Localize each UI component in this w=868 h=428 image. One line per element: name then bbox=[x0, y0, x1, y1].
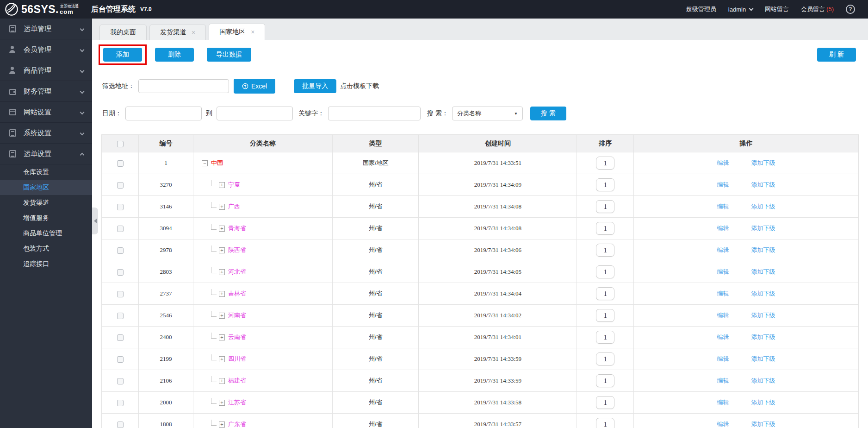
edit-link[interactable]: 编辑 bbox=[717, 398, 729, 407]
search-field-select[interactable]: 分类名称 ▼ bbox=[452, 107, 523, 120]
sidebar-subitem-1[interactable]: 仓库设置 bbox=[0, 164, 92, 180]
sidebar-item-5[interactable]: 网站设置 bbox=[0, 102, 92, 123]
add-child-link[interactable]: 添加下级 bbox=[751, 420, 775, 428]
row-checkbox[interactable] bbox=[117, 204, 124, 210]
date-from-input[interactable] bbox=[125, 107, 202, 120]
sort-input[interactable]: 1 bbox=[596, 287, 614, 300]
tree-expand-icon[interactable]: + bbox=[219, 378, 225, 384]
add-child-link[interactable]: 添加下级 bbox=[751, 159, 775, 167]
add-child-link[interactable]: 添加下级 bbox=[751, 398, 775, 407]
row-checkbox[interactable] bbox=[117, 313, 124, 319]
add-child-link[interactable]: 添加下级 bbox=[751, 311, 775, 320]
sort-input[interactable]: 1 bbox=[596, 374, 614, 387]
tree-expand-icon[interactable]: + bbox=[219, 182, 225, 188]
sort-input[interactable]: 1 bbox=[596, 396, 614, 409]
region-name[interactable]: 广东省 bbox=[228, 420, 246, 428]
sort-input[interactable]: 1 bbox=[596, 157, 614, 170]
edit-link[interactable]: 编辑 bbox=[717, 202, 729, 211]
sidebar-subitem-2[interactable]: 国家地区 bbox=[0, 180, 92, 195]
sidebar-item-3[interactable]: 商品管理 bbox=[0, 60, 92, 81]
region-name[interactable]: 云南省 bbox=[228, 333, 246, 341]
sort-input[interactable]: 1 bbox=[596, 418, 614, 428]
search-button[interactable]: 搜 索 bbox=[530, 107, 566, 120]
edit-link[interactable]: 编辑 bbox=[717, 420, 729, 428]
add-button[interactable]: 添加 bbox=[103, 48, 142, 62]
bulk-import-button[interactable]: 批量导入 bbox=[294, 79, 336, 93]
tab-2[interactable]: 发货渠道 × bbox=[149, 25, 206, 40]
row-checkbox[interactable] bbox=[117, 334, 124, 341]
address-filter-input[interactable] bbox=[138, 79, 229, 93]
row-checkbox[interactable] bbox=[117, 247, 124, 254]
region-name[interactable]: 中国 bbox=[211, 159, 223, 167]
sidebar-item-4[interactable]: 财务管理 bbox=[0, 81, 92, 102]
excel-button[interactable]: Excel bbox=[234, 79, 275, 94]
row-checkbox[interactable] bbox=[117, 269, 124, 276]
tab-3[interactable]: 国家地区 × bbox=[209, 24, 265, 40]
sidebar-subitem-6[interactable]: 包装方式 bbox=[0, 241, 92, 256]
add-child-link[interactable]: 添加下级 bbox=[751, 181, 775, 189]
sidebar-subitem-7[interactable]: 追踪接口 bbox=[0, 256, 92, 271]
add-child-link[interactable]: 添加下级 bbox=[751, 290, 775, 298]
tree-expand-icon[interactable]: + bbox=[219, 204, 225, 210]
region-name[interactable]: 河南省 bbox=[228, 311, 246, 320]
edit-link[interactable]: 编辑 bbox=[717, 290, 729, 298]
edit-link[interactable]: 编辑 bbox=[717, 181, 729, 189]
row-checkbox[interactable] bbox=[117, 378, 124, 384]
add-child-link[interactable]: 添加下级 bbox=[751, 246, 775, 254]
tree-expand-icon[interactable]: + bbox=[219, 334, 225, 340]
edit-link[interactable]: 编辑 bbox=[717, 333, 729, 341]
nav-site-messages[interactable]: 网站留言 bbox=[765, 5, 789, 13]
add-child-link[interactable]: 添加下级 bbox=[751, 377, 775, 385]
user-menu[interactable]: iadmin bbox=[728, 6, 753, 13]
tab-close-icon[interactable]: × bbox=[192, 29, 195, 36]
edit-link[interactable]: 编辑 bbox=[717, 268, 729, 276]
sort-input[interactable]: 1 bbox=[596, 222, 614, 235]
template-download-hint[interactable]: 点击模板下载 bbox=[340, 82, 379, 90]
date-to-input[interactable] bbox=[217, 107, 293, 120]
region-name[interactable]: 广西 bbox=[228, 202, 240, 211]
region-name[interactable]: 四川省 bbox=[228, 355, 246, 363]
region-name[interactable]: 江苏省 bbox=[228, 398, 246, 407]
keyword-input[interactable] bbox=[328, 107, 421, 120]
add-child-link[interactable]: 添加下级 bbox=[751, 202, 775, 211]
sidebar-item-6[interactable]: 系统设置 bbox=[0, 123, 92, 144]
region-name[interactable]: 青海省 bbox=[228, 224, 246, 233]
region-name[interactable]: 河北省 bbox=[228, 268, 246, 276]
tree-expand-icon[interactable]: + bbox=[219, 226, 225, 232]
row-checkbox[interactable] bbox=[117, 356, 124, 363]
export-data-button[interactable]: 导出数据 bbox=[207, 48, 251, 62]
tree-collapse-icon[interactable]: − bbox=[202, 160, 208, 166]
region-name[interactable]: 吉林省 bbox=[228, 290, 246, 298]
tree-expand-icon[interactable]: + bbox=[219, 269, 225, 275]
tree-expand-icon[interactable]: + bbox=[219, 356, 225, 362]
delete-button[interactable]: 删除 bbox=[155, 48, 194, 62]
tree-expand-icon[interactable]: + bbox=[219, 313, 225, 319]
row-checkbox[interactable] bbox=[117, 160, 124, 167]
tab-close-icon[interactable]: × bbox=[251, 29, 254, 35]
add-child-link[interactable]: 添加下级 bbox=[751, 355, 775, 363]
nav-member-messages[interactable]: 会员留言(5) bbox=[801, 5, 834, 13]
sidebar-subitem-3[interactable]: 发货渠道 bbox=[0, 195, 92, 210]
tab-1[interactable]: 我的桌面 bbox=[99, 25, 147, 40]
region-name[interactable]: 宁夏 bbox=[228, 181, 240, 189]
tree-expand-icon[interactable]: + bbox=[219, 247, 225, 253]
row-checkbox[interactable] bbox=[117, 400, 124, 406]
sort-input[interactable]: 1 bbox=[596, 265, 614, 278]
sidebar-subitem-5[interactable]: 商品单位管理 bbox=[0, 226, 92, 241]
tree-expand-icon[interactable]: + bbox=[219, 400, 225, 406]
region-name[interactable]: 福建省 bbox=[228, 377, 246, 385]
sort-input[interactable]: 1 bbox=[596, 178, 614, 191]
row-checkbox[interactable] bbox=[117, 182, 124, 189]
sidebar-subitem-4[interactable]: 增值服务 bbox=[0, 210, 92, 226]
row-checkbox[interactable] bbox=[117, 422, 124, 428]
region-name[interactable]: 陕西省 bbox=[228, 246, 246, 254]
sort-input[interactable]: 1 bbox=[596, 331, 614, 344]
sort-input[interactable]: 1 bbox=[596, 244, 614, 257]
add-child-link[interactable]: 添加下级 bbox=[751, 224, 775, 233]
refresh-button[interactable]: 刷 新 bbox=[817, 48, 856, 62]
edit-link[interactable]: 编辑 bbox=[717, 377, 729, 385]
row-checkbox[interactable] bbox=[117, 226, 124, 232]
sort-input[interactable]: 1 bbox=[596, 309, 614, 322]
edit-link[interactable]: 编辑 bbox=[717, 246, 729, 254]
collapse-sidebar-handle[interactable] bbox=[92, 208, 98, 234]
